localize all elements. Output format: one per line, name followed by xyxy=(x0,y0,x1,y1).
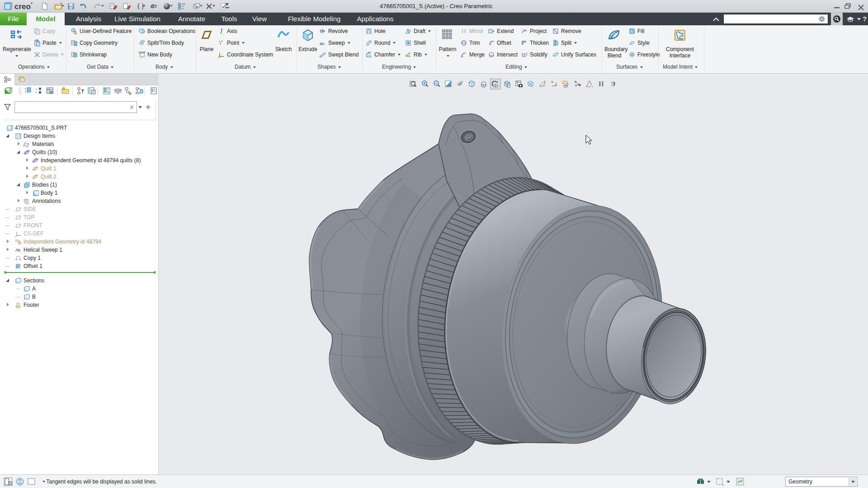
svg-text:d=: d= xyxy=(151,3,157,9)
